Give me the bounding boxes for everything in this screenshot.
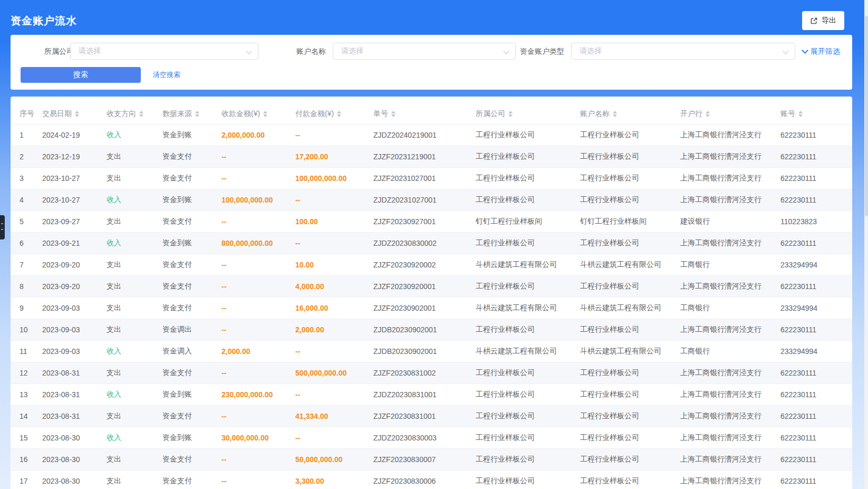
sort-icon[interactable] (263, 111, 267, 117)
column-header-label: 收款金额(¥) (221, 109, 260, 119)
cell-account-no: 622230111 (775, 434, 852, 442)
column-header-label: 所属公司 (476, 109, 505, 119)
table-row[interactable]: 12024-02-19收入资金到账2,000,000.00--ZJDZ20240… (11, 124, 852, 146)
column-header[interactable]: 收款金额(¥) (216, 109, 290, 119)
expand-filters-label: 展开筛选 (811, 43, 840, 60)
expand-filters-link[interactable]: 展开筛选 (803, 43, 840, 60)
cell-source: 资金支付 (157, 455, 216, 464)
column-header[interactable]: 数据来源 (157, 109, 216, 119)
column-header-label: 序号 (20, 109, 34, 119)
cell-date: 2023-12-19 (37, 152, 101, 161)
cell-order-no: ZJDB20230902001 (368, 325, 470, 334)
cell-income: -- (216, 325, 290, 334)
cell-income: -- (216, 412, 290, 420)
cell-seq: 7 (11, 261, 37, 269)
cell-order-no: ZJZF20230902001 (368, 304, 470, 312)
sort-icon[interactable] (195, 111, 199, 117)
column-header[interactable]: 开户行 (675, 109, 775, 119)
table-row[interactable]: 82023-09-20支出资金支付--4,000.00ZJZF202309200… (11, 276, 852, 298)
top-header-bar: 资金账户流水 导出 (0, 0, 868, 35)
search-button[interactable]: 搜索 (21, 67, 141, 83)
cell-income: -- (216, 477, 290, 485)
cell-direction: 收入 (101, 433, 157, 443)
column-header[interactable]: 所属公司 (470, 109, 575, 119)
column-header[interactable]: 交易日期 (37, 109, 101, 119)
sort-icon[interactable] (391, 111, 396, 117)
table-row[interactable]: 142023-08-31支出资金支付--41,334.00ZJZF2023083… (11, 406, 852, 427)
select-placeholder: 请选择 (580, 46, 602, 56)
table-row[interactable]: 162023-08-30支出资金支付--50,000,000.00ZJZF202… (11, 449, 852, 471)
cell-company: 斗栱云建筑工程有限公司 (470, 303, 575, 313)
cell-date: 2023-09-27 (37, 217, 101, 226)
table-row[interactable]: 122023-08-31支出资金支付--500,000,000.00ZJZF20… (11, 362, 852, 384)
sort-icon[interactable] (613, 111, 617, 117)
sidebar-collapsed-handle[interactable] (0, 215, 5, 239)
cell-account-no: 622230111 (775, 455, 852, 464)
cell-expense: 17,200.00 (290, 152, 368, 161)
cell-expense: 500,000,000.00 (290, 369, 368, 377)
sort-icon[interactable] (75, 111, 79, 117)
table-body: 12024-02-19收入资金到账2,000,000.00--ZJDZ20240… (11, 124, 852, 489)
cell-seq: 6 (11, 239, 37, 247)
column-header[interactable]: 付款金额(¥) (290, 109, 368, 119)
table-row[interactable]: 112023-09-03收入资金调入2,000.00--ZJDB20230902… (11, 341, 852, 362)
cell-account-name: 工程行业样板公司 (575, 390, 675, 399)
column-header[interactable]: 账户名称 (575, 109, 675, 119)
sort-icon[interactable] (706, 111, 710, 117)
cell-direction: 支出 (101, 368, 157, 378)
cell-account-no: 622230111 (775, 412, 852, 420)
cell-seq: 16 (11, 455, 37, 464)
table-row[interactable]: 102023-09-03支出资金调出--2,000.00ZJDB20230902… (11, 319, 852, 341)
export-button[interactable]: 导出 (802, 11, 844, 30)
cell-company: 工程行业样板公司 (470, 238, 575, 248)
cell-source: 资金到账 (157, 130, 216, 140)
cell-source: 资金支付 (157, 476, 216, 486)
cell-expense: 100,000,000.00 (290, 174, 368, 183)
cell-bank: 上海工商银行漕河泾支行 (675, 174, 775, 183)
cell-date: 2023-08-31 (37, 390, 101, 399)
cell-source: 资金支付 (157, 260, 216, 270)
table-row[interactable]: 72023-09-20支出资金支付--10.00ZJZF20230920002斗… (11, 254, 852, 276)
table-row[interactable]: 172023-08-30支出资金支付--3,300.00ZJZF20230830… (11, 471, 852, 489)
clear-search-link[interactable]: 清空搜索 (153, 67, 180, 83)
cell-date: 2023-08-30 (37, 477, 101, 485)
cell-income: -- (216, 174, 290, 183)
sort-icon[interactable] (798, 111, 803, 117)
table-row[interactable]: 62023-09-21收入资金到账800,000,000.00--ZJDZ202… (11, 233, 852, 254)
cell-income: -- (216, 455, 290, 464)
scrollbar-track[interactable] (864, 0, 868, 489)
column-header[interactable]: 收支方向 (101, 109, 157, 119)
sort-icon[interactable] (337, 111, 341, 117)
filter-select[interactable]: 请选择 (70, 43, 258, 60)
cell-order-no: ZJDZ20230830003 (368, 434, 470, 442)
scrollbar-thumb[interactable] (865, 16, 868, 216)
cell-date: 2023-09-20 (37, 282, 101, 291)
cell-bank: 工商银行 (675, 347, 775, 356)
table-row[interactable]: 22023-12-19支出资金支付--17,200.00ZJZF20231219… (11, 146, 852, 168)
cell-expense: -- (290, 347, 368, 356)
cell-income: 230,000,000.00 (216, 390, 290, 399)
table-row[interactable]: 92023-09-03支出资金支付--16,000.00ZJZF20230902… (11, 298, 852, 319)
table-row[interactable]: 132023-08-31收入资金到账230,000,000.00--ZJDZ20… (11, 384, 852, 406)
cell-date: 2023-08-30 (37, 455, 101, 464)
table-row[interactable]: 52023-09-27支出资金支付--100.00ZJZF20230927001… (11, 211, 852, 233)
column-header[interactable]: 账号 (775, 109, 852, 119)
table-row[interactable]: 152023-08-30收入资金到账30,000,000.00--ZJDZ202… (11, 427, 852, 449)
cell-order-no: ZJZF20230831002 (368, 369, 470, 377)
cell-order-no: ZJDZ20240219001 (368, 131, 470, 139)
cell-income: -- (216, 261, 290, 269)
sort-icon[interactable] (508, 111, 513, 117)
cell-account-no: 233294994 (775, 261, 852, 269)
cell-source: 资金支付 (157, 174, 216, 183)
sort-icon[interactable] (139, 111, 143, 117)
cell-direction: 收入 (101, 390, 157, 399)
table-row[interactable]: 32023-10-27支出资金支付--100,000,000.00ZJZF202… (11, 168, 852, 189)
export-icon (810, 17, 818, 25)
cell-income: 100,000,000.00 (216, 196, 290, 204)
filter-actions: 搜索 清空搜索 (11, 67, 852, 83)
filter-select[interactable]: 请选择 (571, 43, 795, 60)
table-row[interactable]: 42023-10-27收入资金到账100,000,000.00--ZJDZ202… (11, 189, 852, 211)
column-header[interactable]: 单号 (368, 109, 470, 119)
filter-select[interactable]: 请选择 (333, 43, 516, 60)
chevron-down-icon (503, 48, 509, 54)
